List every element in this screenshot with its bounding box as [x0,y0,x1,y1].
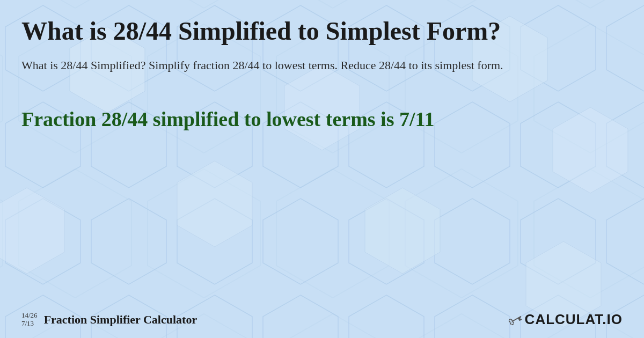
footer-fractions: 14/26 7/13 [21,312,38,327]
logo-text: CALCULAT.IO [525,311,623,328]
result-title: Fraction 28/44 simplified to lowest term… [21,106,623,133]
footer: 14/26 7/13 Fraction Simplifier Calculato… [21,311,623,328]
footer-fraction2: 7/13 [21,320,38,327]
key-icon: 🗝 [504,308,526,331]
page-title: What is 28/44 Simplified to Simplest For… [21,16,623,46]
footer-logo: 🗝 CALCULAT.IO [508,311,623,328]
result-section: Fraction 28/44 simplified to lowest term… [21,106,623,133]
footer-label: Fraction Simplifier Calculator [44,313,197,327]
footer-fraction1: 14/26 [21,312,38,319]
page-description: What is 28/44 Simplified? Simplify fract… [21,56,623,74]
